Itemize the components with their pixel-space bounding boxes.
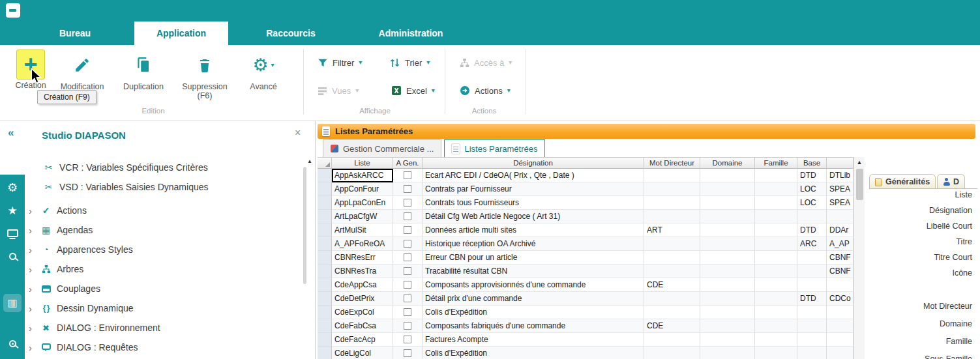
table-row[interactable]: CdeFacAcp Factures Acompte — [318, 333, 854, 347]
excel-button[interactable]: Excel ▾ — [391, 83, 435, 98]
cell-base[interactable]: DTD — [797, 223, 827, 237]
cell-liste[interactable]: CBNResErr — [332, 251, 393, 265]
cell-base[interactable] — [797, 333, 827, 347]
suppression-button[interactable]: Suppression(F6) — [173, 50, 236, 100]
cell-famille[interactable] — [755, 333, 797, 347]
table-row[interactable]: CdeDetPrix Détail prix d'une commande DT… — [318, 292, 854, 306]
row-gutter[interactable] — [318, 333, 332, 347]
cell-extra[interactable]: A_AP — [827, 237, 854, 251]
trier-button[interactable]: Trier ▾ — [389, 55, 430, 70]
cell-base[interactable] — [797, 210, 827, 223]
cell-liste[interactable]: CdeFabCsa — [332, 319, 393, 333]
cell-domaine[interactable] — [700, 319, 755, 333]
cell-domaine[interactable] — [700, 169, 755, 182]
cell-base[interactable]: LOC — [797, 196, 827, 210]
cell-famille[interactable] — [755, 347, 797, 359]
cell-designation[interactable]: Factures Acompte — [423, 333, 644, 347]
table-row[interactable]: AppAskARCC Ecart ARC EDI / CdeOA( Prix ,… — [318, 169, 854, 182]
cell-base[interactable] — [797, 251, 827, 265]
cell-base[interactable] — [797, 265, 827, 278]
chevron-right-icon[interactable]: › — [29, 304, 35, 313]
cell-liste[interactable]: AppLpaConEn — [332, 196, 393, 210]
cell-famille[interactable] — [755, 278, 797, 292]
sidebar-item-vsd[interactable]: ✂ VSD : Variables Saisies Dynamiques — [0, 177, 303, 197]
header-famille[interactable]: Famille — [755, 157, 797, 169]
cell-famille[interactable] — [755, 223, 797, 237]
row-gutter[interactable] — [318, 278, 332, 292]
cell-domaine[interactable] — [700, 333, 755, 347]
cell-mot-directeur[interactable] — [644, 306, 700, 319]
gen-checkbox[interactable] — [404, 185, 411, 193]
row-gutter[interactable] — [318, 210, 332, 223]
cell-designation[interactable]: Composants fabriqués d'une commande — [423, 319, 644, 333]
acces-a-button[interactable]: Accès à ▾ — [460, 55, 512, 70]
cell-famille[interactable] — [755, 251, 797, 265]
cell-extra[interactable]: DTLib — [827, 169, 854, 182]
cell-designation[interactable]: Historique réception OA Archivé — [423, 237, 644, 251]
cell-extra[interactable] — [827, 210, 854, 223]
chevron-right-icon[interactable]: › — [29, 206, 35, 216]
table-row[interactable]: CBNResTra Tracabilité résultat CBN CBNF — [318, 265, 854, 278]
cell-mot-directeur[interactable]: ART — [644, 223, 700, 237]
cell-liste[interactable]: CdeAppCsa — [332, 278, 393, 292]
caret-down-icon[interactable]: ▾ — [507, 87, 511, 94]
chevron-right-icon[interactable]: › — [29, 343, 35, 352]
caret-down-icon[interactable]: ▾ — [432, 87, 435, 94]
rail-advanced-search-button[interactable] — [3, 334, 22, 352]
cell-liste[interactable]: AppConFour — [332, 182, 393, 196]
chevron-right-icon[interactable]: › — [29, 284, 35, 294]
cell-liste[interactable]: CdeLigCol — [332, 347, 393, 359]
tab-gestion-commerciale[interactable]: Gestion Commerciale ... — [323, 139, 441, 157]
cell-domaine[interactable] — [700, 182, 755, 196]
chevron-right-icon[interactable]: › — [29, 265, 35, 274]
row-gutter[interactable] — [318, 223, 332, 237]
tab-listes-parametrees[interactable]: Listes Paramétrées — [444, 139, 545, 157]
cell-mot-directeur[interactable] — [644, 265, 700, 278]
cell-base[interactable] — [797, 319, 827, 333]
cell-extra[interactable] — [827, 319, 854, 333]
cell-famille[interactable] — [755, 182, 797, 196]
table-row[interactable]: A_APFoReOA Historique réception OA Archi… — [318, 237, 854, 251]
cell-extra[interactable]: DDAr — [827, 223, 854, 237]
rail-search-button[interactable] — [3, 247, 22, 265]
cell-famille[interactable] — [755, 210, 797, 223]
cell-mot-directeur[interactable] — [644, 292, 700, 306]
cell-designation[interactable]: Données article multi sites — [423, 223, 644, 237]
scroll-up-icon[interactable]: ▲ — [307, 159, 312, 164]
cell-liste[interactable]: CdeDetPrix — [332, 292, 393, 306]
sidebar-scrollbar-thumb[interactable] — [303, 167, 306, 284]
tab-partial[interactable]: D — [937, 174, 965, 188]
gen-checkbox[interactable] — [404, 336, 411, 343]
cell-liste[interactable]: AppAskARCC — [332, 169, 393, 182]
row-gutter[interactable] — [318, 182, 332, 196]
cell-base[interactable] — [797, 347, 827, 359]
table-row[interactable]: CdeFabCsa Composants fabriqués d'une com… — [318, 319, 854, 333]
row-gutter[interactable] — [318, 319, 332, 333]
cell-base[interactable]: ARC — [797, 237, 827, 251]
cell-extra[interactable] — [827, 306, 854, 319]
gen-checkbox[interactable] — [404, 240, 411, 248]
row-gutter[interactable] — [318, 169, 332, 182]
cell-famille[interactable] — [755, 292, 797, 306]
cell-domaine[interactable] — [700, 292, 755, 306]
gen-checkbox[interactable] — [404, 322, 411, 330]
sidebar-item-agendas[interactable]: › ▦ Agendas — [0, 220, 303, 240]
row-gutter[interactable] — [318, 196, 332, 210]
table-row[interactable]: CBNResErr Erreur CBN pour un article CBN… — [318, 251, 854, 265]
cell-extra[interactable]: SPEA — [827, 196, 854, 210]
cell-domaine[interactable] — [700, 210, 755, 223]
cell-designation[interactable]: Composants approvisionnés d'une commande — [423, 278, 644, 292]
cell-mot-directeur[interactable] — [644, 169, 700, 182]
caret-down-icon[interactable]: ▾ — [359, 59, 362, 66]
sidebar-item-dialog-env[interactable]: › ✖ DIALOG : Environnement — [0, 318, 303, 337]
collapse-sidebar-icon[interactable]: « — [8, 126, 14, 139]
cell-mot-directeur[interactable] — [644, 196, 700, 210]
filtrer-button[interactable]: Filtrer ▾ — [318, 55, 362, 70]
rail-columns-button[interactable]: ▥ — [3, 294, 22, 312]
cell-famille[interactable] — [755, 306, 797, 319]
caret-down-icon[interactable]: ▾ — [271, 62, 275, 68]
row-gutter[interactable] — [318, 265, 332, 278]
cell-mot-directeur[interactable]: CDE — [644, 278, 700, 292]
caret-down-icon[interactable]: ▾ — [426, 59, 430, 66]
table-row[interactable]: AppConFour Contrats par Fournisseur LOC … — [318, 182, 854, 196]
